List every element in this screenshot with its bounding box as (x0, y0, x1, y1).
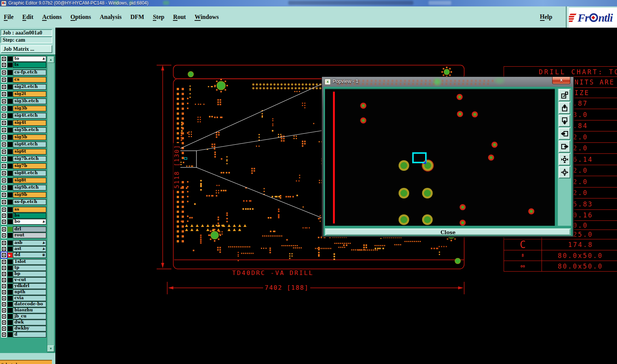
layer-color-swatch[interactable] (8, 302, 13, 307)
layer-name-sig3b.etch[interactable]: sig3b.etch (13, 98, 46, 104)
layer-color-swatch[interactable] (8, 314, 13, 319)
layer-color-swatch[interactable] (8, 247, 13, 252)
layer-checkbox[interactable] (1, 62, 7, 68)
layer-name-ydkdrl[interactable]: ydkdrl (13, 283, 46, 289)
layer-color-swatch[interactable] (8, 113, 13, 118)
layer-checkbox[interactable] (1, 91, 7, 97)
layer-checkbox[interactable] (1, 84, 7, 90)
layer-color-swatch[interactable] (8, 296, 13, 301)
close-button[interactable]: Close (326, 229, 570, 235)
layer-name-sig5b[interactable]: sig5b (13, 134, 46, 140)
zoom-extents-button[interactable] (559, 166, 570, 178)
layer-checkbox[interactable] (1, 56, 7, 62)
layer-checkbox[interactable] (1, 308, 7, 313)
close-x-button[interactable]: x (552, 77, 570, 84)
layer-name-jb_cu[interactable]: jb_cu (13, 314, 46, 319)
layer-name-sig9b.etch[interactable]: sig9b.etch (13, 185, 46, 191)
layer-name-drl[interactable]: drl (13, 227, 46, 232)
layer-color-swatch[interactable] (8, 62, 13, 67)
layer-checkbox[interactable] (1, 302, 7, 307)
layer-color-swatch[interactable] (8, 278, 13, 283)
layer-name-sig8t.etch[interactable]: sig8t.etch (13, 170, 46, 176)
menu-item-rout[interactable]: Rout (173, 14, 186, 20)
layer-color-swatch[interactable] (8, 185, 13, 190)
layer-color-swatch[interactable] (8, 332, 13, 337)
pan-up-button[interactable] (559, 102, 570, 114)
layer-checkbox[interactable] (1, 252, 7, 258)
layer-checkbox[interactable] (1, 113, 7, 119)
layer-name-sig3b[interactable]: sig3b (13, 106, 46, 111)
layer-name-cs-fp.etch[interactable]: cs-fp.etch (13, 70, 46, 75)
layer-checkbox[interactable] (1, 127, 7, 133)
popview-titlebar[interactable]: x Popview - 1 x (322, 77, 573, 87)
menu-item-windows[interactable]: Windows (195, 14, 219, 20)
layer-checkbox[interactable] (1, 156, 7, 162)
layer-name-sig8t[interactable]: sig8t (13, 178, 46, 183)
scroll-up-icon[interactable]: ▲ (47, 56, 54, 63)
menu-item-edit[interactable]: Edit (22, 14, 33, 20)
layer-name-npth[interactable]: npth (13, 289, 46, 295)
layer-color-swatch[interactable] (8, 156, 13, 161)
layer-name-sig6t.etch[interactable]: sig6t.etch (13, 142, 46, 147)
menu-item-actions[interactable]: Actions (42, 14, 62, 20)
layer-color-swatch[interactable] (8, 308, 13, 313)
layer-name-sig2t.etch[interactable]: sig2t.etch (13, 84, 46, 90)
layer-color-swatch[interactable] (8, 241, 13, 245)
layer-name-ss-fp.etch[interactable]: ss-fp.etch (13, 199, 46, 205)
layer-name-bs[interactable]: bs (13, 213, 46, 219)
os-titlebar[interactable]: Graphic Editor 9.07b2 (00@HY-HYCAM-PC148… (0, 0, 617, 6)
layer-color-swatch[interactable]: ➤ (8, 253, 13, 258)
layer-color-swatch[interactable] (8, 128, 13, 133)
layer-name-dd[interactable]: dd⊞ (13, 252, 46, 258)
layer-name-ss[interactable]: ss (13, 207, 46, 212)
layer-color-swatch[interactable] (8, 259, 13, 264)
layer-checkbox[interactable] (1, 326, 7, 331)
layer-color-swatch[interactable] (8, 213, 13, 218)
layer-name-asb[interactable]: asb➤ (13, 240, 46, 246)
layer-checkbox[interactable] (1, 178, 7, 183)
layer-checkbox[interactable] (1, 77, 7, 83)
layer-color-swatch[interactable] (8, 92, 13, 97)
job-matrix-button[interactable]: Job Matrix ... (1, 45, 52, 53)
layer-name-biaozhu[interactable]: biaozhu (13, 308, 46, 313)
layer-color-swatch[interactable] (8, 120, 13, 125)
layer-checkbox[interactable] (1, 277, 7, 283)
layer-checkbox[interactable] (1, 142, 7, 147)
layer-checkbox[interactable] (1, 295, 7, 301)
layer-checkbox[interactable] (1, 314, 7, 319)
layer-name-dwkby[interactable]: dwkby (13, 326, 46, 331)
layer-name-sig2t[interactable]: sig2t (13, 91, 46, 97)
pan-left-button[interactable] (559, 128, 570, 140)
layer-checkbox[interactable] (1, 98, 7, 104)
layer-name-bp[interactable]: bp (13, 271, 46, 277)
layer-name-cs[interactable]: cs (13, 77, 46, 83)
layer-name-dwk[interactable]: dwk (13, 320, 46, 325)
layer-list-scrollbar[interactable]: ▲ ▼ (47, 56, 55, 352)
layer-color-swatch[interactable] (8, 272, 13, 277)
layer-name-sig7b[interactable]: sig7b (13, 163, 46, 169)
pan-right-button[interactable] (559, 141, 570, 153)
layer-checkbox[interactable] (1, 70, 7, 75)
layer-checkbox[interactable] (1, 289, 7, 295)
layer-name-sig4t.etch[interactable]: sig4t.etch (13, 113, 46, 119)
layer-name-ts[interactable]: ts (13, 62, 46, 68)
layer-checkbox[interactable] (1, 163, 7, 169)
layer-checkbox[interactable] (1, 265, 7, 271)
layer-checkbox[interactable] (1, 271, 7, 277)
layer-color-swatch[interactable] (8, 227, 13, 232)
menu-item-dfm[interactable]: DFM (130, 14, 144, 20)
layer-color-swatch[interactable] (8, 99, 13, 104)
detach-view-button[interactable] (559, 89, 570, 101)
layer-name-sig5b.etch[interactable]: sig5b.etch (13, 127, 46, 133)
layer-name-sig7b.etch[interactable]: sig7b.etch (13, 156, 46, 162)
layer-color-swatch[interactable] (8, 70, 13, 75)
layer-color-swatch[interactable] (8, 207, 13, 212)
layer-checkbox[interactable] (1, 246, 7, 252)
layer-checkbox[interactable] (1, 134, 7, 140)
layer-checkbox[interactable] (1, 283, 7, 289)
layer-checkbox[interactable] (1, 332, 7, 337)
layer-name-d[interactable]: d (13, 332, 46, 337)
menu-item-analysis[interactable]: Analysis (100, 14, 122, 20)
layer-name-to[interactable]: to➤ (13, 56, 46, 62)
layer-color-swatch[interactable] (8, 56, 13, 61)
